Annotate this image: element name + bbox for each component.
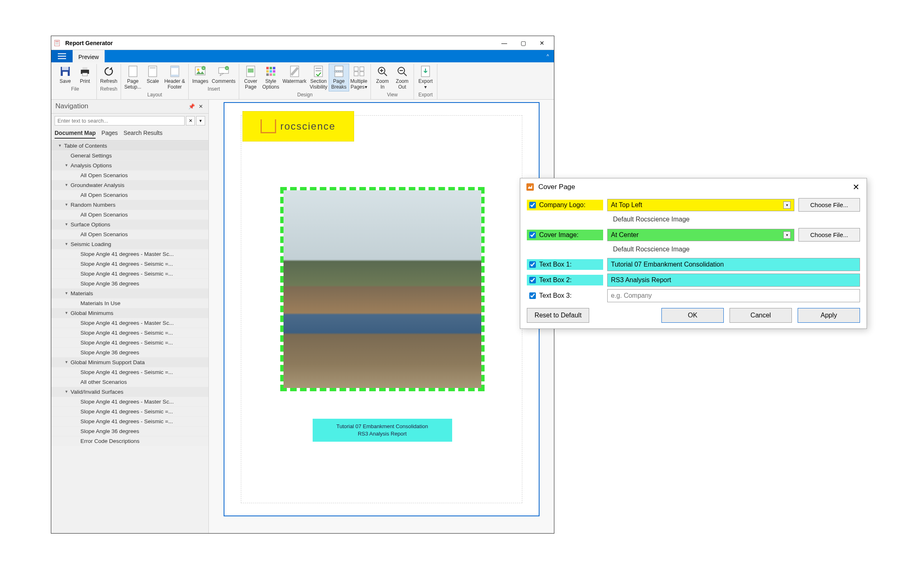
tree-item[interactable]: General Settings — [51, 151, 208, 160]
text-box-1-input[interactable]: Tutorial 07 Embankment Consolidation — [607, 258, 860, 271]
ribbon-collapse-button[interactable]: ^ — [542, 50, 554, 62]
cover-image-checkbox[interactable]: Cover Image: — [527, 230, 603, 240]
text-box-3-checkbox[interactable]: Text Box 3: — [527, 290, 603, 301]
tree-expand-icon: ▼ — [57, 144, 63, 148]
tree-item[interactable]: Slope Angle 41 degrees - Master Sc... — [51, 249, 208, 259]
tree-item-label: Table of Contents — [64, 143, 107, 149]
tree-item[interactable]: Slope Angle 36 degrees — [51, 278, 208, 288]
company-logo-choose-file-button[interactable]: Choose File... — [798, 198, 860, 212]
tree-item[interactable]: Slope Angle 41 degrees - Seismic =... — [51, 406, 208, 416]
tree-item[interactable]: Materials In Use — [51, 298, 208, 308]
ribbon-zoom-out[interactable]: Zoom Out — [392, 64, 412, 91]
svg-rect-31 — [266, 70, 269, 73]
apply-button[interactable]: Apply — [798, 308, 860, 323]
tree-item[interactable]: All other Scenarios — [51, 377, 208, 387]
ribbon-page-breaks[interactable]: Page Breaks — [329, 64, 349, 91]
svg-rect-32 — [270, 70, 272, 73]
company-logo-position-select[interactable]: At Top Left▾ — [607, 199, 794, 211]
text-box-2-input[interactable]: RS3 Analysis Report — [607, 274, 860, 287]
ribbon-section-visibility[interactable]: Section Visibility — [308, 64, 329, 91]
tree-item[interactable]: All Open Scenarios — [51, 229, 208, 239]
search-clear-button[interactable]: ✕ — [186, 116, 195, 125]
cover-text-1: Tutorial 07 Embankment Consolidation — [316, 423, 449, 430]
svg-rect-4 — [58, 53, 66, 54]
chevron-down-icon: ▾ — [783, 231, 791, 239]
ribbon-zoom-in[interactable]: Zoom In — [373, 64, 392, 91]
ribbon-refresh[interactable]: Refresh — [98, 64, 119, 85]
nav-tab-pages[interactable]: Pages — [101, 128, 118, 139]
tree-item[interactable]: ▼Valid/Invalid Surfaces — [51, 387, 208, 397]
ribbon-style-options[interactable]: Style Options — [261, 64, 281, 91]
tree-item[interactable]: Error Code Descriptions — [51, 436, 208, 446]
ribbon-watermark[interactable]: Watermark — [281, 64, 308, 91]
search-dropdown-button[interactable]: ▾ — [196, 116, 205, 125]
nav-search-input[interactable] — [55, 116, 185, 125]
tree-item[interactable]: ▼Global Minimum Support Data — [51, 357, 208, 367]
tree-item[interactable]: All Open Scenarios — [51, 210, 208, 219]
tree-item-label: Slope Angle 36 degrees — [80, 281, 139, 287]
pin-icon[interactable]: 📌 — [188, 103, 195, 109]
tree-item[interactable]: ▼Surface Options — [51, 219, 208, 229]
tree-item[interactable]: Slope Angle 41 degrees - Seismic =... — [51, 269, 208, 278]
ribbon-export[interactable]: Export ▾ — [416, 64, 435, 91]
text-box-2-checkbox[interactable]: Text Box 2: — [527, 275, 603, 285]
ribbon-cover-page[interactable]: Cover Page — [241, 64, 261, 91]
tree-item[interactable]: ▼Analysis Options — [51, 160, 208, 170]
tree-item[interactable]: Slope Angle 41 degrees - Master Sc... — [51, 318, 208, 328]
tree-item[interactable]: ▼Groundwater Analysis — [51, 180, 208, 190]
app-icon — [54, 39, 62, 47]
nav-close-button[interactable]: ✕ — [197, 103, 204, 109]
text-box-3-input[interactable] — [607, 289, 860, 302]
tree-item[interactable]: Slope Angle 41 degrees - Seismic =... — [51, 338, 208, 347]
tree-item[interactable]: Slope Angle 41 degrees - Seismic =... — [51, 259, 208, 269]
company-logo-checkbox[interactable]: Company Logo: — [527, 200, 603, 210]
tree-item[interactable]: ▼Materials — [51, 288, 208, 298]
ribbon-page-setup[interactable]: Page Setup... — [123, 64, 143, 91]
titlebar: Report Generator — ▢ ✕ — [51, 36, 554, 50]
tree-item[interactable]: Slope Angle 41 degrees - Seismic =... — [51, 328, 208, 338]
ribbon-header-footer-label: Header & Footer — [164, 79, 185, 90]
tree-item[interactable]: ▼Global Minimums — [51, 308, 208, 318]
tree-item[interactable]: Slope Angle 41 degrees - Master Sc... — [51, 397, 208, 406]
menubar: Preview ^ — [51, 50, 554, 62]
reset-to-default-button[interactable]: Reset to Default — [527, 308, 589, 323]
ribbon-header-footer[interactable]: Header & Footer — [162, 64, 187, 91]
tab-preview[interactable]: Preview — [73, 50, 105, 62]
cover-image-choose-file-button[interactable]: Choose File... — [798, 228, 860, 242]
nav-tab-document-map[interactable]: Document Map — [55, 128, 96, 139]
ribbon-images[interactable]: +Images — [190, 64, 210, 85]
nav-tab-search-results[interactable]: Search Results — [124, 128, 162, 139]
svg-rect-35 — [270, 73, 272, 76]
cover-image-position-select[interactable]: At Center▾ — [607, 229, 794, 241]
tree-item[interactable]: All Open Scenarios — [51, 170, 208, 180]
ribbon-multiple-pages[interactable]: Multiple Pages▾ — [349, 64, 369, 91]
preview-viewport[interactable]: rocscience Tutorial 07 Embankment Consol… — [209, 100, 554, 533]
nav-tabs: Document Map Pages Search Results — [51, 128, 208, 139]
ribbon-save[interactable]: Save — [55, 64, 75, 85]
ribbon-print[interactable]: Print — [75, 64, 95, 85]
minimize-button[interactable]: — — [495, 36, 514, 50]
dialog-close-button[interactable]: ✕ — [850, 182, 862, 192]
ribbon-page-breaks-label: Page Breaks — [331, 79, 346, 90]
tree-item[interactable]: ▼Random Numbers — [51, 200, 208, 210]
maximize-button[interactable]: ▢ — [514, 36, 533, 50]
chevron-down-icon: ▾ — [783, 201, 791, 209]
tree-item-label: Seismic Loading — [71, 241, 111, 247]
tree-item[interactable]: Slope Angle 41 degrees - Seismic =... — [51, 416, 208, 426]
ok-button[interactable]: OK — [661, 308, 724, 323]
tree-expand-icon: ▼ — [64, 242, 69, 246]
ribbon-comments[interactable]: +Comments — [210, 64, 237, 85]
ribbon-scale[interactable]: Scale — [143, 64, 162, 91]
cancel-button[interactable]: Cancel — [730, 308, 792, 323]
tree-item[interactable]: Slope Angle 36 degrees — [51, 426, 208, 436]
tree-item[interactable]: All Open Scenarios — [51, 190, 208, 200]
tree-item[interactable]: Slope Angle 36 degrees — [51, 347, 208, 357]
tree-item-label: All Open Scenarios — [80, 192, 128, 198]
text-box-1-checkbox[interactable]: Text Box 1: — [527, 259, 603, 270]
tree-item[interactable]: ▼Seismic Loading — [51, 239, 208, 249]
app-menu-button[interactable] — [51, 50, 73, 62]
cover-page-dialog: Cover Page ✕ Company Logo: At Top Left▾ … — [520, 178, 867, 329]
tree-item[interactable]: Slope Angle 41 degrees - Seismic =... — [51, 367, 208, 377]
tree-item[interactable]: ▼Table of Contents — [51, 141, 208, 151]
close-button[interactable]: ✕ — [533, 36, 551, 50]
